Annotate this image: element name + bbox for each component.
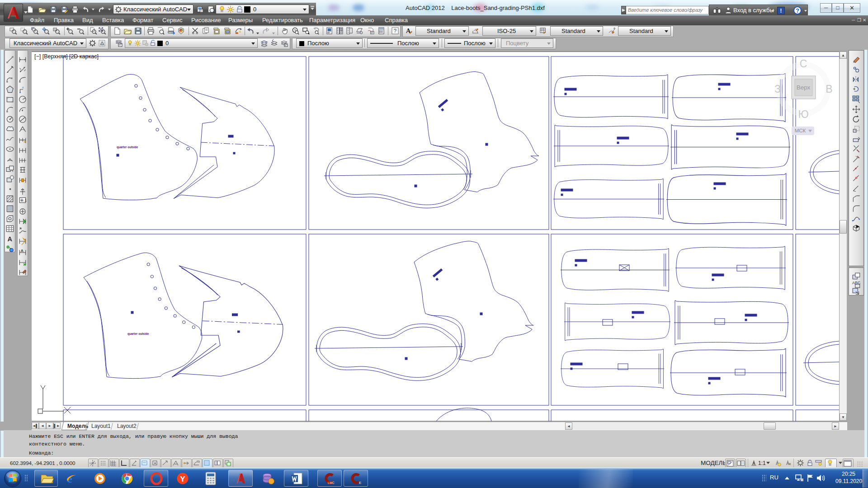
svg-text:Y: Y [180,475,185,483]
svg-text:МСК: МСК [795,128,806,133]
svg-text:quarter outside: quarter outside [127,332,149,336]
svg-text:З: З [774,83,781,95]
svg-text:x: x [22,86,24,89]
svg-text:?: ? [394,28,396,33]
svg-text:Ю: Ю [798,108,808,120]
svg-text:С: С [800,58,807,70]
svg-text:⊕.1: ⊕.1 [20,198,27,202]
svg-text:A: A [21,249,24,253]
svg-text:LMC: LMC [328,481,335,484]
svg-text:quarter outside: quarter outside [117,145,138,149]
svg-text:A: A [7,235,12,243]
svg-text:E: E [359,481,361,485]
svg-text:Верх: Верх [797,84,811,91]
svg-text:[−] [Верхняя] [2D каркас]: [−] [Верхняя] [2D каркас] [34,53,99,60]
svg-text:В: В [826,83,832,95]
